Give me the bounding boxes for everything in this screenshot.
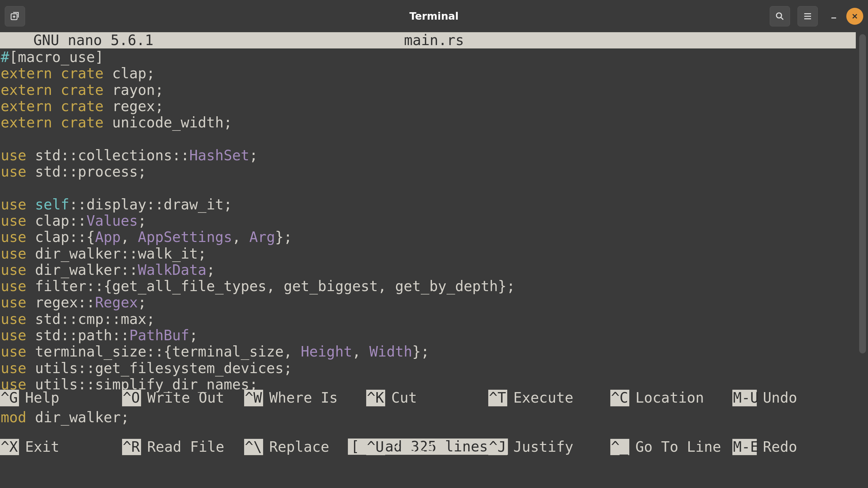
- shortcut-key: ^_: [610, 439, 629, 455]
- shortcut-label: Replace: [263, 439, 329, 455]
- shortcut-key: ^R: [122, 439, 141, 455]
- shortcut-key: ^X: [0, 439, 19, 455]
- shortcut-item: M-UUndo: [732, 390, 854, 406]
- nano-header-bar: GNU nano 5.6.1 main.rs: [0, 32, 856, 48]
- nano-version: GNU nano 5.6.1: [16, 33, 154, 47]
- shortcut-label: Go To Line: [629, 439, 721, 455]
- svg-point-1: [776, 13, 782, 18]
- shortcut-key: ^U: [366, 439, 385, 455]
- shortcut-item: ^CLocation: [610, 390, 732, 406]
- shortcut-item: ^GHelp: [0, 390, 122, 406]
- shortcut-item: ^JJustify: [488, 439, 610, 455]
- shortcut-item: ^TExecute: [488, 390, 610, 406]
- shortcut-key: ^G: [0, 390, 19, 406]
- window-title: Terminal: [409, 10, 458, 22]
- shortcut-label: Write Out: [141, 390, 224, 406]
- shortcut-label: Help: [19, 390, 59, 406]
- shortcut-key: ^O: [122, 390, 141, 406]
- close-button[interactable]: [846, 8, 863, 25]
- shortcut-key: ^C: [610, 390, 629, 406]
- shortcut-key: ^W: [244, 390, 263, 406]
- shortcut-key: M-U: [732, 390, 757, 406]
- shortcut-key: ^T: [488, 390, 507, 406]
- shortcut-item: M-ERedo: [732, 439, 854, 455]
- shortcut-item: ^RRead File: [122, 439, 244, 455]
- shortcut-label: Cut: [385, 390, 417, 406]
- hamburger-menu-button[interactable]: [797, 6, 818, 26]
- minimize-button[interactable]: [825, 8, 842, 25]
- shortcut-key: ^J: [488, 439, 507, 455]
- terminal-viewport[interactable]: GNU nano 5.6.1 main.rs #[macro_use] exte…: [0, 32, 868, 488]
- shortcut-item: ^OWrite Out: [122, 390, 244, 406]
- shortcut-label: Read File: [141, 439, 224, 455]
- new-tab-button[interactable]: [5, 6, 25, 26]
- terminal-scrollbar[interactable]: [857, 32, 868, 488]
- shortcut-item: ^XExit: [0, 439, 122, 455]
- shortcut-label: Redo: [757, 439, 797, 455]
- shortcut-item: ^KCut: [366, 390, 488, 406]
- shortcut-label: Execute: [507, 390, 573, 406]
- shortcut-key: ^\: [244, 439, 263, 455]
- shortcut-key: ^K: [366, 390, 385, 406]
- shortcut-key: M-E: [732, 439, 757, 455]
- shortcut-label: Undo: [757, 390, 797, 406]
- shortcut-label: Exit: [19, 439, 59, 455]
- shortcut-label: Location: [629, 390, 704, 406]
- shortcut-label: Paste: [385, 439, 434, 455]
- nano-filename: main.rs: [404, 33, 464, 47]
- shortcut-label: Justify: [507, 439, 573, 455]
- search-button[interactable]: [770, 6, 790, 26]
- shortcut-item: ^UPaste: [366, 439, 488, 455]
- scrollbar-thumb[interactable]: [859, 34, 866, 353]
- window-titlebar: Terminal: [0, 0, 868, 32]
- shortcut-label: Where Is: [263, 390, 338, 406]
- shortcut-item: ^\Replace: [244, 439, 366, 455]
- shortcut-item: ^WWhere Is: [244, 390, 366, 406]
- shortcut-item: ^_Go To Line: [610, 439, 732, 455]
- nano-shortcut-bar: ^GHelp^OWrite Out^WWhere Is^KCut^TExecut…: [0, 357, 856, 488]
